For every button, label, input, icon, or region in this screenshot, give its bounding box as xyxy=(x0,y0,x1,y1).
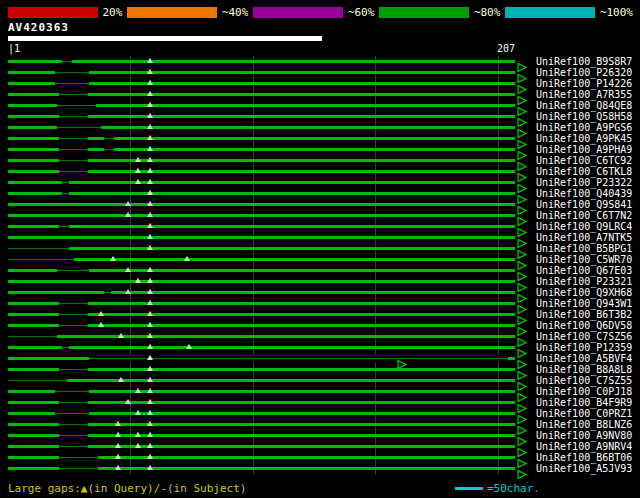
hit-end-arrow-icon xyxy=(517,409,527,418)
hit-row: UniRef100_C6T7N2 xyxy=(0,210,640,221)
hit-label[interactable]: UniRef100_A9PK45 xyxy=(536,133,632,144)
hit-end-arrow-icon xyxy=(517,255,527,264)
hit-plot xyxy=(8,221,515,232)
hit-row: UniRef100_C6TC92 xyxy=(0,155,640,166)
hit-label[interactable]: UniRef100_B4F9R9 xyxy=(536,397,632,408)
alignment-bar[interactable] xyxy=(8,181,515,184)
hit-plot xyxy=(8,419,515,430)
alignment-bar[interactable] xyxy=(8,203,515,206)
hit-label[interactable]: UniRef100_Q943W1 xyxy=(536,298,632,309)
hit-plot xyxy=(8,144,515,155)
hit-label[interactable]: UniRef100_A9PHA9 xyxy=(536,144,632,155)
hit-label[interactable]: UniRef100_C0PRZ1 xyxy=(536,408,632,419)
query-gap-triangle-icon xyxy=(118,377,124,382)
hit-label[interactable]: UniRef100_C7SZ56 xyxy=(536,331,632,342)
alignment-bar[interactable] xyxy=(8,291,515,294)
hit-label[interactable]: UniRef100_A5JV93 xyxy=(536,463,632,474)
hit-label[interactable]: UniRef100_B5BPG1 xyxy=(536,243,632,254)
hit-label[interactable]: UniRef100_Q9LRC4 xyxy=(536,221,632,232)
query-gap-triangle-icon xyxy=(147,399,153,404)
hit-end-arrow-icon xyxy=(517,332,527,341)
query-gap-triangle-icon xyxy=(115,421,121,426)
alignment-bar[interactable] xyxy=(8,60,515,63)
hit-plot xyxy=(8,210,515,221)
hit-row: UniRef100_Q9LRC4 xyxy=(0,221,640,232)
hit-label[interactable]: UniRef100_Q84QE8 xyxy=(536,100,632,111)
subject-gap-marker xyxy=(59,311,88,318)
hit-row: UniRef100_C0PJ18 xyxy=(0,386,640,397)
subject-gap-marker xyxy=(59,421,88,428)
hit-label[interactable]: UniRef100_B8LNZ6 xyxy=(536,419,632,430)
alignment-bar[interactable] xyxy=(8,192,515,195)
hit-row: UniRef100_A7NTK5 xyxy=(0,232,640,243)
hit-label[interactable]: UniRef100_C7SZ55 xyxy=(536,375,632,386)
subject-gap-marker xyxy=(59,322,88,329)
query-gap-triangle-icon xyxy=(147,388,153,393)
hit-label[interactable]: UniRef100_B6T3B2 xyxy=(536,309,632,320)
alignment-bar[interactable] xyxy=(8,247,515,250)
query-gap-triangle-icon xyxy=(115,465,121,470)
alignment-bar[interactable] xyxy=(8,346,515,349)
hit-label[interactable]: UniRef100_P26320 xyxy=(536,67,632,78)
query-gap-triangle-icon xyxy=(115,432,121,437)
scale-color-segment xyxy=(127,7,217,18)
subject-gap-marker xyxy=(104,146,114,153)
hit-label[interactable]: UniRef100_P12359 xyxy=(536,342,632,353)
hit-label[interactable]: UniRef100_Q6DV58 xyxy=(536,320,632,331)
hit-label[interactable]: UniRef100_A9PGS6 xyxy=(536,122,632,133)
subject-gap-marker xyxy=(59,366,88,373)
hit-plot xyxy=(8,100,515,111)
hit-label[interactable]: UniRef100_C5WR70 xyxy=(536,254,632,265)
hit-plot xyxy=(8,89,515,100)
hit-label[interactable]: UniRef100_A7R355 xyxy=(536,89,632,100)
hit-end-arrow-icon xyxy=(517,420,527,429)
query-gap-triangle-icon xyxy=(184,256,190,261)
hit-plot xyxy=(8,166,515,177)
hit-label[interactable]: UniRef100_B6BT06 xyxy=(536,452,632,463)
hit-end-arrow-icon xyxy=(517,57,527,66)
alignment-bar[interactable] xyxy=(8,225,515,228)
alignment-bar[interactable] xyxy=(8,379,515,382)
hit-label[interactable]: UniRef100_A5BVF4 xyxy=(536,353,632,364)
hit-label[interactable]: UniRef100_Q58H58 xyxy=(536,111,632,122)
query-gap-triangle-icon xyxy=(135,168,141,173)
hit-label[interactable]: UniRef100_P23321 xyxy=(536,276,632,287)
hit-label[interactable]: UniRef100_C0PJ18 xyxy=(536,386,632,397)
hit-plot xyxy=(8,67,515,78)
hit-label[interactable]: UniRef100_B9S8R7 xyxy=(536,56,632,67)
alignment-bar[interactable] xyxy=(8,280,515,283)
hit-label[interactable]: UniRef100_A9NRV4 xyxy=(536,441,632,452)
hit-end-arrow-icon xyxy=(517,310,527,319)
query-gap-triangle-icon xyxy=(147,289,153,294)
query-gap-triangle-icon xyxy=(135,410,141,415)
hit-label[interactable]: UniRef100_Q40439 xyxy=(536,188,632,199)
alignment-bar[interactable] xyxy=(8,236,515,239)
alignment-bar[interactable] xyxy=(8,258,515,261)
subject-end-arrow-icon xyxy=(397,354,407,363)
hit-label[interactable]: UniRef100_Q67E03 xyxy=(536,265,632,276)
hit-label[interactable]: UniRef100_B8A8L8 xyxy=(536,364,632,375)
hit-label[interactable]: UniRef100_P14226 xyxy=(536,78,632,89)
hit-label[interactable]: UniRef100_C6TC92 xyxy=(536,155,632,166)
hit-label[interactable]: UniRef100_A7NTK5 xyxy=(536,232,632,243)
scale-line-icon xyxy=(455,487,483,490)
hit-plot xyxy=(8,78,515,89)
hit-label[interactable]: UniRef100_C6T7N2 xyxy=(536,210,632,221)
hit-label[interactable]: UniRef100_A9NV80 xyxy=(536,430,632,441)
query-name: AV420363 xyxy=(8,21,69,34)
hit-label[interactable]: UniRef100_Q9XH68 xyxy=(536,287,632,298)
hit-end-arrow-icon xyxy=(517,299,527,308)
hit-end-arrow-icon xyxy=(517,145,527,154)
alignment-overview: 20%~40%~60%~80%~100% AV420363 |1 207 Uni… xyxy=(0,0,640,498)
subject-gap-marker xyxy=(57,267,89,274)
alignment-bar[interactable] xyxy=(8,335,515,338)
query-gap-triangle-icon xyxy=(147,465,153,470)
hit-plot xyxy=(8,265,515,276)
hit-plot xyxy=(8,188,515,199)
hit-label[interactable]: UniRef100_P23322 xyxy=(536,177,632,188)
alignment-bar[interactable] xyxy=(8,214,515,217)
hit-label[interactable]: UniRef100_Q9S841 xyxy=(536,199,632,210)
hit-end-arrow-icon xyxy=(517,167,527,176)
hit-plot xyxy=(8,397,515,408)
hit-label[interactable]: UniRef100_C6TKL8 xyxy=(536,166,632,177)
